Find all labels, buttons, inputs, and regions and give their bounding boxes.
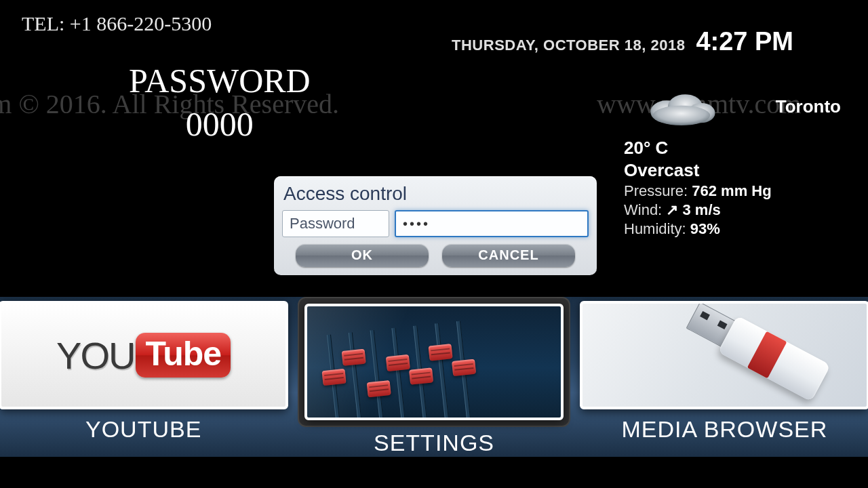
weather-panel: Toronto 20° C Overcast Pressure: 762 mm … (624, 88, 800, 238)
weather-condition: Overcast (624, 160, 800, 181)
access-control-dialog: Access control Password OK CANCEL (274, 176, 597, 275)
ok-button[interactable]: OK (296, 244, 429, 267)
menu-card-label: SETTINGS (298, 430, 570, 456)
usb-icon (671, 301, 852, 409)
dialog-title: Access control (283, 183, 587, 205)
cancel-button[interactable]: CANCEL (442, 244, 575, 267)
weather-wind: Wind: ↗ 3 m/s (624, 201, 800, 219)
menu-carousel: ‹ › You Tube YOUTUBE (0, 297, 868, 457)
weather-pressure: Pressure: 762 mm Hg (624, 182, 800, 200)
weather-humidity: Humidity: 93% (624, 220, 800, 238)
menu-card-settings[interactable]: SETTINGS (298, 297, 570, 456)
youtube-logo-icon: You Tube (56, 333, 231, 378)
password-input[interactable] (395, 210, 589, 237)
menu-card-media-browser[interactable]: MEDIA BROWSER (580, 301, 868, 443)
password-hint-title: PASSWORD (129, 61, 311, 100)
menu-card-label: MEDIA BROWSER (580, 416, 868, 443)
password-hint-value: 0000 (129, 104, 311, 144)
svg-point-3 (653, 106, 710, 125)
date-label: THURSDAY, OCTOBER 18, 2018 (452, 37, 685, 54)
settings-thumb (304, 304, 563, 420)
youtube-thumb: You Tube (0, 301, 288, 409)
phone-number: TEL: +1 866-220-5300 (22, 12, 212, 35)
time-label: 4:27 PM (696, 27, 793, 56)
menu-card-label: YOUTUBE (0, 416, 288, 443)
mixer-icon (304, 304, 563, 420)
weather-temp: 20° C (624, 138, 800, 159)
media-browser-thumb (580, 301, 868, 409)
cloud-icon (644, 88, 719, 125)
password-field-label: Password (282, 210, 389, 237)
weather-city: Toronto (776, 96, 841, 117)
menu-card-youtube[interactable]: You Tube YOUTUBE (0, 301, 288, 443)
password-hint-overlay: PASSWORD 0000 (129, 61, 311, 144)
datetime: THURSDAY, OCTOBER 18, 2018 4:27 PM (452, 27, 793, 56)
